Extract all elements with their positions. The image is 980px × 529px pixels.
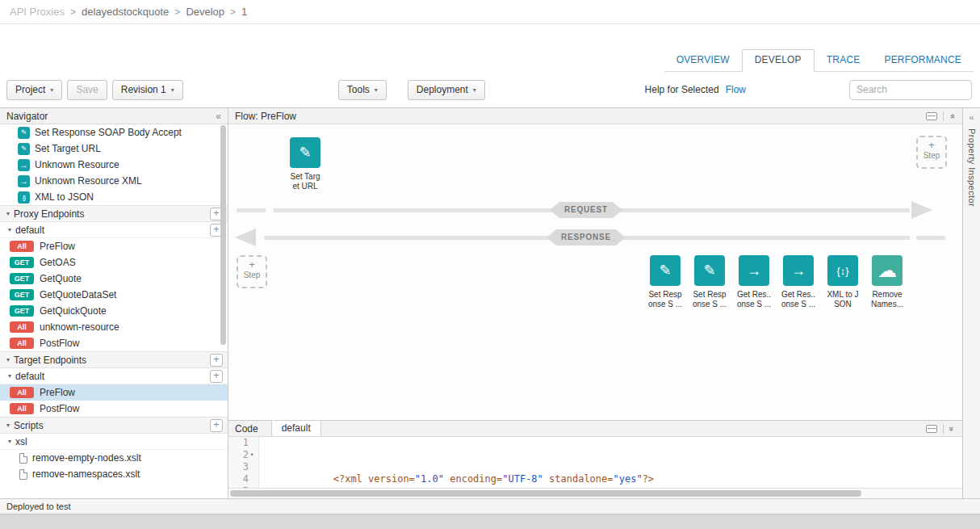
proxy-flow-getquotedataset[interactable]: GET GetQuoteDataSet: [0, 287, 228, 303]
script-file-remove-empty-nodes[interactable]: remove-empty-nodes.xslt: [0, 450, 228, 466]
method-badge: All: [10, 387, 34, 398]
section-label: Scripts: [14, 420, 44, 431]
response-steps-row: ✎ Set Response S ... ✎ Set Response S ..…: [650, 255, 903, 309]
section-scripts[interactable]: ▾ Scripts +: [0, 417, 228, 434]
flow-label: GetQuote: [40, 273, 82, 284]
panel-layout-icon[interactable]: [926, 425, 937, 433]
expand-property-inspector-icon[interactable]: «: [969, 112, 974, 122]
code-content[interactable]: <?xml version="1.0" encoding="UTF-8" sta…: [259, 437, 724, 488]
method-badge: All: [10, 321, 34, 333]
navigator-tree: ✎ Set Response SOAP Body Accept ✎ Set Ta…: [0, 124, 228, 482]
proxy-endpoint-default[interactable]: ▾ default +: [0, 222, 228, 238]
collapse-navigator-icon[interactable]: «: [216, 111, 221, 122]
policy-item-unknown-resource-xml[interactable]: → Unknown Resource XML: [0, 173, 228, 189]
section-label: Proxy Endpoints: [14, 208, 84, 220]
code-horizontal-scrollbar-thumb[interactable]: [230, 490, 861, 497]
property-inspector-panel[interactable]: « Property Inspector: [962, 108, 980, 498]
scripts-group-xsl[interactable]: ▾ xsl: [0, 434, 228, 450]
center-panels: Flow: PreFlow » ✎ Set Targ et URL: [228, 108, 962, 498]
pencil-icon: ✎: [650, 255, 681, 286]
policy-label: Unknown Resource: [35, 159, 119, 170]
section-proxy-endpoints[interactable]: ▾ Proxy Endpoints +: [0, 205, 228, 222]
navigator-scrollbar[interactable]: [220, 125, 227, 498]
target-endpoint-default[interactable]: ▾ default +: [0, 368, 228, 384]
breadcrumb-proxy-name[interactable]: delayedstockquote: [82, 6, 169, 18]
proxy-flow-getquickquote[interactable]: GET GetQuickQuote: [0, 303, 228, 319]
pencil-icon: ✎: [18, 143, 30, 155]
endpoint-label: default: [15, 225, 44, 236]
revision-menu-button[interactable]: Revision 1 ▾: [112, 80, 183, 100]
script-file-remove-namespaces[interactable]: remove-namespaces.xslt: [0, 466, 228, 482]
policy-item-unknown-resource[interactable]: → Unknown Resource: [0, 157, 228, 173]
proxy-flow-unknown-resource[interactable]: All unknown-resource: [0, 319, 228, 335]
flow-step-get-response-1[interactable]: → Get Res..onse S ...: [739, 255, 769, 309]
navigator-panel: Navigator « ✎ Set Response SOAP Body Acc…: [0, 108, 228, 498]
flow-label: GetOAS: [40, 257, 76, 268]
project-menu-button[interactable]: Project ▾: [6, 80, 62, 100]
braces-icon: {↕}: [827, 255, 858, 286]
method-badge: All: [10, 403, 34, 414]
tab-develop[interactable]: DEVELOP: [742, 49, 815, 72]
flow-step-set-response-1[interactable]: ✎ Set Response S ...: [650, 255, 681, 309]
target-flow-preflow[interactable]: All PreFlow: [0, 384, 228, 401]
code-horizontal-scrollbar[interactable]: [228, 488, 962, 498]
target-flow-postflow[interactable]: All PostFlow: [0, 401, 228, 417]
breadcrumb-develop[interactable]: Develop: [186, 6, 224, 18]
flow-step-set-response-2[interactable]: ✎ Set Response S ...: [694, 255, 725, 309]
proxy-flow-postflow[interactable]: All PostFlow: [0, 335, 228, 351]
deployment-status: Deployed to test: [6, 502, 71, 511]
flow-step-xml-to-json[interactable]: {↕} XML to JSON: [827, 255, 858, 309]
navigator-header: Navigator «: [0, 108, 228, 124]
policy-label: XML to JSON: [35, 191, 94, 203]
arrow-icon: →: [18, 175, 30, 187]
plus-icon: +: [238, 258, 266, 271]
panel-layout-icon[interactable]: [926, 112, 937, 120]
add-step-button-response[interactable]: + Step: [237, 255, 267, 288]
proxy-flow-preflow[interactable]: All PreFlow: [0, 238, 228, 254]
flow-label: GetQuickQuote: [40, 305, 107, 317]
section-label: Target Endpoints: [14, 355, 86, 366]
method-badge: GET: [10, 289, 34, 300]
save-button[interactable]: Save: [67, 80, 107, 100]
flow-step-get-response-2[interactable]: → Get Res..onse S ...: [783, 255, 814, 309]
flow-step-set-target-url[interactable]: ✎ Set Targ et URL: [269, 137, 341, 191]
add-step-label: Step: [918, 151, 945, 160]
proxy-flow-getquote[interactable]: GET GetQuote: [0, 271, 228, 287]
deployment-menu-button[interactable]: Deployment ▾: [408, 80, 485, 100]
flow-label: PreFlow: [40, 387, 75, 398]
navigator-scrollbar-thumb[interactable]: [220, 125, 226, 345]
breadcrumb-api-proxies[interactable]: API Proxies: [10, 6, 65, 18]
arrow-icon: →: [783, 255, 814, 286]
policy-item-set-response-soap-body-accept[interactable]: ✎ Set Response SOAP Body Accept: [0, 124, 228, 141]
breadcrumb-separator: >: [230, 6, 236, 18]
caret-down-icon: ▾: [8, 438, 11, 445]
tab-trace[interactable]: TRACE: [815, 50, 873, 71]
response-arrow-icon: [235, 229, 256, 246]
selected-flow-link[interactable]: Flow: [726, 84, 746, 95]
project-menu-label: Project: [15, 84, 45, 95]
policy-item-set-target-url[interactable]: ✎ Set Target URL: [0, 141, 228, 157]
tab-performance[interactable]: PERFORMANCE: [872, 50, 974, 71]
flow-step-remove-namespaces[interactable]: ☁ ✓ RemoveNames...: [872, 255, 903, 309]
add-step-button-request[interactable]: + Step: [916, 136, 947, 169]
code-tab-default[interactable]: default: [271, 420, 321, 436]
fold-marker-icon[interactable]: ▾: [250, 449, 258, 461]
flow-label: PreFlow: [40, 241, 75, 252]
proxy-flow-getoas[interactable]: GET GetOAS: [0, 254, 228, 271]
code-header: Code default »: [228, 421, 962, 437]
file-label: remove-empty-nodes.xslt: [32, 452, 141, 464]
method-badge: GET: [10, 273, 34, 284]
policy-item-xml-to-json[interactable]: {} XML to JSON: [0, 189, 228, 205]
tab-overview[interactable]: OVERVIEW: [664, 50, 742, 71]
code-editor[interactable]: 1 2▾ 3 4 5▾ <?xml version="1.0" encoding…: [228, 437, 962, 488]
collapse-code-panel-icon[interactable]: »: [947, 426, 957, 430]
status-bar: Deployed to test: [0, 498, 980, 514]
section-target-endpoints[interactable]: ▾ Target Endpoints +: [0, 351, 228, 368]
collapse-flow-panel-icon[interactable]: »: [947, 113, 957, 118]
flow-header-icons: »: [926, 111, 956, 121]
tools-menu-button[interactable]: Tools ▾: [338, 80, 387, 100]
breadcrumb-separator: >: [70, 6, 76, 18]
breadcrumb-revision[interactable]: 1: [241, 6, 247, 18]
step-label: Get Res..onse S ...: [776, 290, 821, 309]
search-input[interactable]: [849, 80, 972, 100]
